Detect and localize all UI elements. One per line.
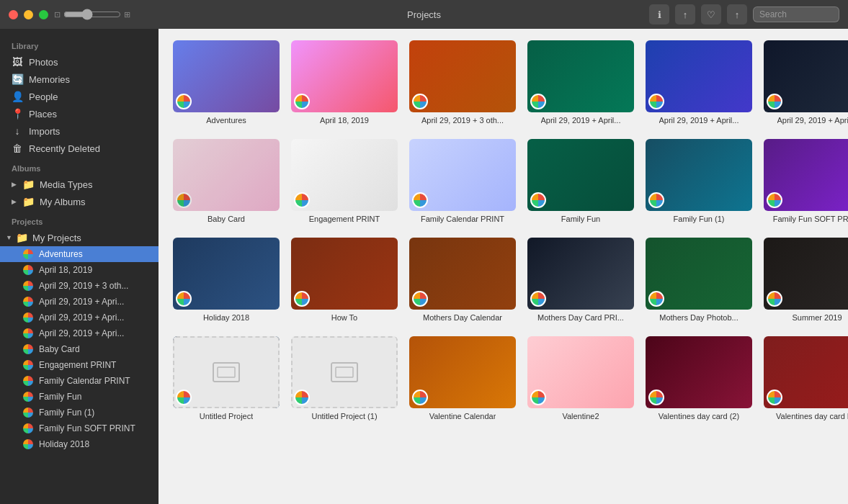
project-label-apr29-3: April 29, 2019 + April... <box>659 116 739 125</box>
project-item-april18[interactable]: April 18, 2019 <box>291 40 398 125</box>
info-button[interactable]: ℹ <box>649 4 669 24</box>
sidebar-item-apr29-4[interactable]: April 29, 2019 + Apri... <box>0 325 159 341</box>
media-types-icon: 📁 <box>22 179 34 190</box>
project-dot-engagement <box>23 360 33 370</box>
project-thumb-april18 <box>291 40 398 112</box>
project-label-family-fun: Family Fun <box>561 215 600 223</box>
close-button[interactable] <box>9 10 18 19</box>
sidebar-item-family-fun-soft[interactable]: Family Fun SOFT PRINT <box>0 420 159 436</box>
project-item-mothers-cal[interactable]: Mothers Day Calendar <box>409 238 516 322</box>
sidebar-label-april18: April 18, 2019 <box>39 265 92 275</box>
maximize-button[interactable] <box>39 10 48 19</box>
project-item-valentine2[interactable]: Valentine2 <box>527 336 634 420</box>
share-button[interactable]: ↑ <box>675 4 695 24</box>
trash-icon: 🗑 <box>12 143 23 154</box>
sidebar-label-people: People <box>29 91 58 102</box>
project-badge-valentines-day <box>648 390 664 405</box>
project-badge-holiday-2018 <box>176 291 192 307</box>
sidebar-item-apr29-2[interactable]: April 29, 2019 + Apri... <box>0 294 159 310</box>
sidebar-item-media-types[interactable]: ▶ 📁 Media Types <box>0 176 159 193</box>
project-item-valentine-cal[interactable]: Valentine Calendar <box>409 336 516 420</box>
project-dot-family-fun <box>23 392 33 402</box>
sidebar-item-recently-deleted[interactable]: 🗑 Recently Deleted <box>0 140 159 157</box>
content-area: AdventuresApril 18, 2019April 29, 2019 +… <box>159 29 848 504</box>
project-item-adventures[interactable]: Adventures <box>173 40 280 125</box>
project-label-summer-2019: Summer 2019 <box>792 313 842 322</box>
project-item-family-cal[interactable]: Family Calendar PRINT <box>409 139 516 223</box>
minimize-button[interactable] <box>24 10 33 19</box>
project-item-engagement[interactable]: Engagement PRINT <box>291 139 398 223</box>
zoom-large-icon: ⊞ <box>124 10 130 19</box>
project-item-apr29-1[interactable]: April 29, 2019 + 3 oth... <box>409 40 516 125</box>
project-item-family-fun-1[interactable]: Family Fun (1) <box>646 139 752 223</box>
project-item-valentines-day-p[interactable]: Valentines day card P... <box>764 336 848 420</box>
project-item-apr29-2[interactable]: April 29, 2019 + April... <box>527 40 634 125</box>
my-projects-group[interactable]: ▼ 📁 My Projects <box>0 229 159 246</box>
sidebar-item-family-cal[interactable]: Family Calendar PRINT <box>0 373 159 389</box>
project-label-engagement: Engagement PRINT <box>309 215 380 223</box>
expand-icon-albums: ▶ <box>12 198 17 205</box>
project-badge-engagement <box>294 192 310 208</box>
project-item-family-fun[interactable]: Family Fun <box>527 139 634 223</box>
sidebar-item-memories[interactable]: 🔄 Memories <box>0 71 159 88</box>
projects-grid: AdventuresApril 18, 2019April 29, 2019 +… <box>173 40 834 420</box>
sidebar-label-adventures: Adventures <box>39 249 83 259</box>
sidebar-item-imports[interactable]: ↓ Imports <box>0 122 159 140</box>
project-label-mothers-card: Mothers Day Card PRI... <box>537 313 624 322</box>
project-item-untitled[interactable]: Untitled Project <box>173 336 280 420</box>
project-badge-mothers-cal <box>412 291 428 307</box>
project-item-holiday-2018[interactable]: Holiday 2018 <box>173 238 280 322</box>
project-thumb-holiday-2018 <box>173 238 280 310</box>
upload-button[interactable]: ↑ <box>727 4 747 24</box>
projects-section-title: Projects <box>0 210 159 229</box>
project-label-apr29-1: April 29, 2019 + 3 oth... <box>421 116 504 125</box>
project-badge-apr29-1 <box>412 94 428 109</box>
sidebar-item-places[interactable]: 📍 Places <box>0 105 159 122</box>
sidebar: Library 🖼 Photos 🔄 Memories 👤 People 📍 P… <box>0 29 159 504</box>
sidebar-item-my-albums[interactable]: ▶ 📁 My Albums <box>0 193 159 210</box>
project-label-valentines-day-p: Valentines day card P... <box>776 412 848 420</box>
project-item-apr29-4[interactable]: April 29, 2019 + April... <box>764 40 848 125</box>
project-item-mothers-card[interactable]: Mothers Day Card PRI... <box>527 238 634 322</box>
project-dot-family-fun-soft <box>23 423 33 433</box>
sidebar-label-family-fun: Family Fun <box>39 392 81 402</box>
sidebar-label-photos: Photos <box>29 57 58 68</box>
search-input[interactable] <box>753 6 839 22</box>
project-item-baby-card[interactable]: Baby Card <box>173 139 280 223</box>
zoom-slider[interactable] <box>63 9 121 20</box>
sidebar-item-april18[interactable]: April 18, 2019 <box>0 262 159 278</box>
project-label-how-to: How To <box>331 313 357 322</box>
sidebar-label-memories: Memories <box>29 74 70 85</box>
sidebar-label-imports: Imports <box>29 126 60 137</box>
sidebar-item-adventures[interactable]: Adventures <box>0 246 159 262</box>
project-item-mothers-photo[interactable]: Mothers Day Photob... <box>646 238 752 322</box>
project-item-apr29-3[interactable]: April 29, 2019 + April... <box>646 40 752 125</box>
heart-button[interactable]: ♡ <box>701 4 721 24</box>
project-thumb-apr29-2 <box>527 40 634 112</box>
sidebar-item-baby-card[interactable]: Baby Card <box>0 341 159 357</box>
sidebar-item-people[interactable]: 👤 People <box>0 88 159 105</box>
sidebar-label-family-fun-1: Family Fun (1) <box>39 408 94 418</box>
project-item-family-fun-soft[interactable]: Family Fun SOFT PRINT <box>764 139 848 223</box>
project-label-family-fun-soft: Family Fun SOFT PRINT <box>773 215 848 223</box>
project-item-valentines-day[interactable]: Valentines day card (2) <box>646 336 752 420</box>
project-badge-family-fun-soft <box>767 192 782 208</box>
sidebar-item-family-fun-1[interactable]: Family Fun (1) <box>0 405 159 420</box>
sidebar-item-holiday-2018[interactable]: Holiday 2018 <box>0 436 159 452</box>
project-label-baby-card: Baby Card <box>207 215 245 223</box>
sidebar-item-family-fun[interactable]: Family Fun <box>0 389 159 405</box>
sidebar-item-engagement[interactable]: Engagement PRINT <box>0 357 159 373</box>
project-badge-valentine-cal <box>412 390 428 405</box>
sidebar-item-apr29-1[interactable]: April 29, 2019 + 3 oth... <box>0 278 159 294</box>
sidebar-label-family-fun-soft: Family Fun SOFT PRINT <box>39 423 135 433</box>
sidebar-item-photos[interactable]: 🖼 Photos <box>0 53 159 71</box>
sidebar-item-apr29-3[interactable]: April 29, 2019 + Apri... <box>0 310 159 325</box>
sidebar-label-apr29-2: April 29, 2019 + Apri... <box>39 297 124 307</box>
project-item-summer-2019[interactable]: Summer 2019 <box>764 238 848 322</box>
project-item-how-to[interactable]: How To <box>291 238 398 322</box>
project-dot-apr29-1 <box>23 281 33 291</box>
sidebar-label-holiday-2018: Holiday 2018 <box>39 439 89 449</box>
project-thumb-untitled <box>173 336 280 408</box>
project-badge-summer-2019 <box>767 291 782 307</box>
project-item-untitled-1[interactable]: Untitled Project (1) <box>291 336 398 420</box>
